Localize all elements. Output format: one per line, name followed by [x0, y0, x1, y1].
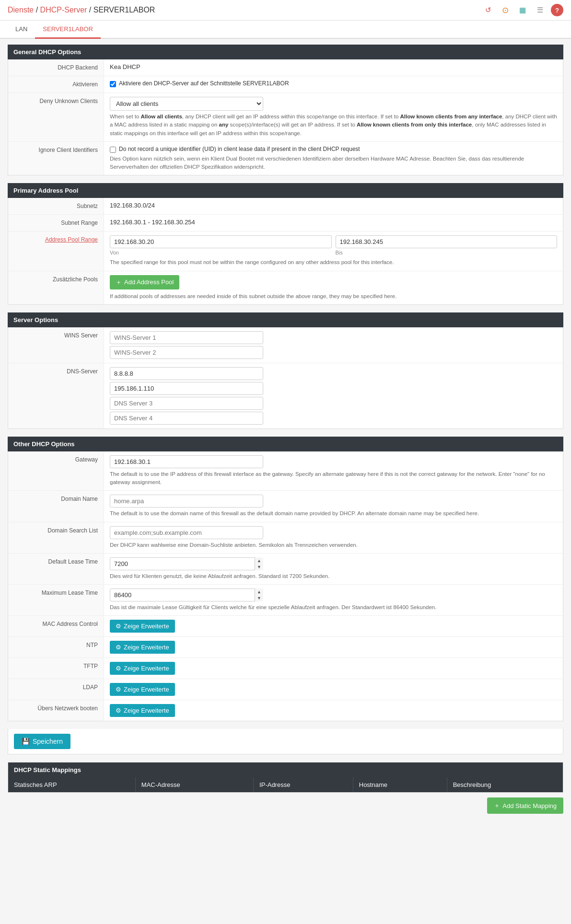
add-static-label: Add Static Mapping [502, 802, 557, 809]
gateway-help: The default is to use the IP address of … [110, 470, 557, 487]
dns2-input[interactable] [110, 382, 263, 395]
add-pool-button[interactable]: ＋ Add Address Pool [110, 275, 179, 289]
default-lease-up[interactable]: ▲ [255, 557, 263, 564]
zusatzliche-label: Zusätzliche Pools [8, 271, 104, 304]
mac-address-row: MAC Address Control ⚙ Zeige Erweiterte [8, 616, 563, 637]
ldap-row: LDAP ⚙ Zeige Erweiterte [8, 679, 563, 700]
zusatzliche-content: ＋ Add Address Pool If additional pools o… [104, 271, 563, 304]
subnet-range-value: 192.168.30.1 - 192.168.30.254 [104, 215, 563, 231]
max-lease-down[interactable]: ▼ [255, 595, 263, 602]
ldap-zeige-button[interactable]: ⚙ Zeige Erweiterte [110, 683, 175, 696]
ignore-client-help: Dies Option kann nützlich sein, wenn ein… [110, 155, 557, 172]
gateway-row: Gateway The default is to use the IP add… [8, 451, 563, 491]
aktivieren-row: Aktivieren Aktiviere den DHCP-Server auf… [8, 76, 563, 93]
ubers-zeige-button[interactable]: ⚙ Zeige Erweiterte [110, 704, 175, 717]
undo-icon[interactable]: ↺ [482, 4, 494, 16]
mac-address-zeige-button[interactable]: ⚙ Zeige Erweiterte [110, 620, 175, 633]
primary-pool-header: Primary Address Pool [8, 183, 563, 198]
save-label: Speichern [33, 738, 63, 745]
ldap-content: ⚙ Zeige Erweiterte [104, 679, 563, 700]
deny-unknown-label: Deny Unknown Clients [8, 93, 104, 141]
dns-label: DNS-Server [8, 363, 104, 428]
ntp-label: NTP [8, 637, 104, 658]
dns4-input[interactable] [110, 412, 263, 425]
subnet-range-label: Subnet Range [8, 215, 104, 231]
wins2-input[interactable] [110, 346, 263, 359]
gateway-input[interactable] [110, 455, 263, 468]
deny-unknown-content: Allow all clients Deny unknown clients A… [104, 93, 563, 141]
main-content: General DHCP Options DHCP Backend Kea DH… [0, 39, 571, 829]
save-button[interactable]: 💾 Speichern [14, 734, 70, 749]
default-lease-row: Default Lease Time ▲ ▼ Dies wird für Kli… [8, 554, 563, 585]
sync-icon[interactable]: ⊙ [499, 4, 512, 16]
tab-lan[interactable]: LAN [8, 21, 35, 39]
static-mappings-section: DHCP Static Mappings Statisches ARP MAC-… [8, 762, 563, 793]
subnetz-value: 192.168.30.0/24 [104, 198, 563, 214]
deny-unknown-select[interactable]: Allow all clients Deny unknown clients A… [110, 97, 263, 111]
pool-from-label: Von [110, 250, 332, 255]
help-icon[interactable]: ? [551, 4, 563, 16]
pool-to-col: Bis [336, 235, 558, 255]
aktivieren-checkbox-label[interactable]: Aktiviere den DHCP-Server auf der Schnit… [110, 80, 557, 87]
dns1-input[interactable] [110, 367, 263, 380]
add-static-mapping-button[interactable]: ＋ Add Static Mapping [487, 797, 563, 814]
ntp-zeige-button[interactable]: ⚙ Zeige Erweiterte [110, 641, 175, 654]
ignore-client-checkbox-label[interactable]: Do not record a unique identifier (UID) … [110, 146, 557, 153]
max-lease-up[interactable]: ▲ [255, 589, 263, 595]
static-mappings-header-row: Statisches ARP MAC-Adresse IP-Adresse Ho… [8, 777, 563, 792]
address-pool-link[interactable]: Address Pool Range [45, 236, 98, 243]
wins-inputs [110, 331, 557, 359]
col-mac: MAC-Adresse [135, 777, 253, 792]
max-lease-arrows: ▲ ▼ [255, 589, 263, 601]
tftp-zeige-button[interactable]: ⚙ Zeige Erweiterte [110, 662, 175, 675]
dns3-input[interactable] [110, 397, 263, 410]
topnav: Dienste / DHCP-Server / SERVER1LABOR ↺ ⊙… [0, 0, 571, 21]
mac-address-gear-icon: ⚙ [116, 623, 121, 630]
col-beschreibung: Beschreibung [447, 777, 563, 792]
ubers-content: ⚙ Zeige Erweiterte [104, 700, 563, 721]
add-pool-label: Add Address Pool [124, 278, 174, 286]
col-hostname: Hostname [353, 777, 447, 792]
pool-from-input[interactable] [110, 235, 332, 248]
dns-inputs [110, 367, 557, 425]
dhcp-backend-label: DHCP Backend [8, 59, 104, 76]
ldap-zeige-label: Zeige Erweiterte [124, 686, 169, 693]
mac-address-zeige-label: Zeige Erweiterte [124, 623, 169, 630]
subnet-range-row: Subnet Range 192.168.30.1 - 192.168.30.2… [8, 215, 563, 231]
domain-name-input[interactable] [110, 495, 263, 508]
domain-search-content: Der DHCP kann wahlweise eine Domain-Such… [104, 522, 563, 553]
breadcrumb-dienste[interactable]: Dienste [8, 6, 34, 14]
mac-address-content: ⚙ Zeige Erweiterte [104, 616, 563, 636]
wins-label: WINS Server [8, 327, 104, 363]
max-lease-input[interactable] [110, 589, 263, 601]
list-icon[interactable]: ☰ [534, 4, 546, 16]
default-lease-down[interactable]: ▼ [255, 564, 263, 570]
wins1-input[interactable] [110, 331, 263, 344]
ubers-row: Übers Netzwerk booten ⚙ Zeige Erweiterte [8, 700, 563, 721]
max-lease-content: ▲ ▼ Das ist die maximale Lease Gültigkei… [104, 585, 563, 615]
col-ip: IP-Adresse [254, 777, 353, 792]
gateway-content: The default is to use the IP address of … [104, 451, 563, 491]
col-statisches-arp: Statisches ARP [8, 777, 135, 792]
domain-name-label: Domain Name [8, 491, 104, 521]
pool-to-input[interactable] [336, 235, 558, 248]
gateway-label: Gateway [8, 451, 104, 491]
primary-pool-table: Subnetz 192.168.30.0/24 Subnet Range 192… [8, 198, 563, 305]
breadcrumb: Dienste / DHCP-Server / SERVER1LABOR [8, 6, 155, 14]
aktivieren-checkbox[interactable] [110, 81, 116, 87]
general-dhcp-header: General DHCP Options [8, 45, 563, 59]
tab-server1labor[interactable]: SERVER1LABOR [35, 21, 101, 39]
server-options-header: Server Options [8, 312, 563, 327]
default-lease-help: Dies wird für Klienten genutzt, die kein… [110, 572, 557, 580]
aktivieren-label: Aktivieren [8, 76, 104, 92]
ignore-client-checkbox[interactable] [110, 147, 116, 153]
domain-search-input[interactable] [110, 526, 263, 539]
ignore-client-checkbox-text: Do not record a unique identifier (UID) … [119, 146, 360, 152]
breadcrumb-dhcp[interactable]: DHCP-Server [40, 6, 87, 14]
mac-address-label: MAC Address Control [8, 616, 104, 636]
subnetz-row: Subnetz 192.168.30.0/24 [8, 198, 563, 215]
chart-icon[interactable]: ▦ [516, 4, 529, 16]
address-pool-label: Address Pool Range [8, 231, 104, 270]
default-lease-input[interactable] [110, 557, 263, 570]
save-row: 💾 Speichern [8, 729, 563, 754]
